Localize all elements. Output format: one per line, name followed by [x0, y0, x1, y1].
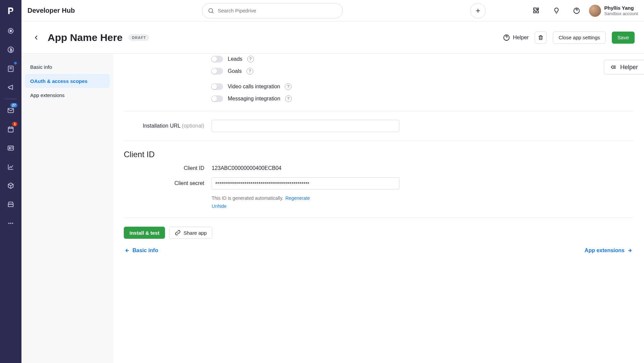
pager-next-label: App extensions: [585, 247, 625, 254]
nav-projects[interactable]: [3, 60, 19, 77]
topbar: Developer Hub Phyllis Yang San: [21, 0, 644, 21]
regenerate-link[interactable]: Regenerate: [285, 195, 310, 201]
arrow-right-icon: [627, 247, 633, 254]
svg-point-11: [209, 8, 213, 12]
brand-logo[interactable]: [3, 3, 19, 19]
nav-divider: [5, 99, 16, 99]
scope-leads-label: Leads: [228, 56, 243, 62]
nav-more[interactable]: [3, 215, 19, 231]
toggle-messaging[interactable]: [211, 95, 223, 102]
workarea: Basic info OAuth & access scopes App ext…: [21, 54, 644, 363]
share-app-button[interactable]: Share app: [169, 227, 212, 239]
extensions-icon[interactable]: [529, 3, 544, 18]
app-title: App Name Here: [48, 32, 122, 43]
main-column: Developer Hub Phyllis Yang San: [21, 0, 644, 363]
svg-point-7: [9, 147, 10, 148]
link-icon: [175, 230, 181, 236]
pager-prev-label: Basic info: [132, 247, 158, 254]
notification-dot: [14, 62, 17, 64]
client-id-section-title: Client ID: [124, 150, 633, 159]
nav-marketplace[interactable]: [3, 196, 19, 213]
side-item-app-extensions[interactable]: App extensions: [25, 88, 110, 102]
delete-button[interactable]: [535, 32, 547, 44]
hub-title: Developer Hub: [28, 7, 75, 14]
info-icon[interactable]: ?: [285, 83, 291, 90]
search-input[interactable]: [218, 8, 337, 13]
scope-video-label: Video calls integration: [228, 84, 280, 90]
client-secret-label: Client secret: [124, 180, 204, 186]
side-item-oauth-scopes[interactable]: OAuth & access scopes: [25, 74, 110, 88]
content-pane: Helper Leads ? Goals ? Video calls integ…: [113, 54, 644, 363]
back-button[interactable]: [31, 32, 42, 43]
install-test-button[interactable]: Install & test: [124, 227, 165, 239]
install-url-input[interactable]: [212, 120, 399, 132]
nav-leads[interactable]: [3, 23, 19, 39]
nav-products[interactable]: [3, 178, 19, 194]
scope-messaging-label: Messaging integration: [228, 96, 280, 102]
nav-rail: 27 1: [0, 0, 21, 363]
svg-point-8: [8, 223, 10, 224]
activities-badge: 1: [12, 122, 17, 126]
helper-tab-label: Helper: [620, 64, 638, 71]
nav-campaigns[interactable]: [3, 79, 19, 95]
inbox-badge: 27: [10, 103, 17, 107]
nav-activities[interactable]: 1: [3, 121, 19, 137]
toggle-goals[interactable]: [211, 68, 223, 75]
close-settings-button[interactable]: Close app settings: [553, 32, 605, 44]
unhide-link[interactable]: Unhide: [212, 203, 226, 209]
helper-label: Helper: [513, 35, 529, 41]
status-badge: DRAFT: [128, 34, 149, 41]
search-box[interactable]: [202, 3, 343, 18]
svg-point-10: [12, 223, 13, 224]
install-url-label: Installation URL (optional): [124, 123, 204, 129]
toggle-leads[interactable]: [211, 56, 223, 62]
svg-point-1: [10, 30, 12, 32]
optional-tag: (optional): [182, 123, 204, 129]
info-icon[interactable]: ?: [247, 56, 254, 62]
share-app-label: Share app: [183, 230, 207, 236]
info-icon[interactable]: ?: [285, 95, 292, 102]
user-menu[interactable]: Phyllis Yang Sandbox account: [589, 5, 638, 17]
client-secret-field[interactable]: [212, 177, 399, 189]
user-account-type: Sandbox account: [604, 11, 638, 16]
help-icon[interactable]: [569, 3, 584, 18]
search-icon: [208, 7, 214, 14]
nav-deals[interactable]: [3, 42, 19, 58]
help-circle-icon: [503, 34, 510, 41]
helper-toggle[interactable]: Helper: [503, 34, 529, 41]
client-secret-hint: This ID is generated automatically.: [212, 195, 283, 201]
divider: [124, 218, 633, 218]
client-id-label: Client ID: [124, 165, 204, 171]
pager-next[interactable]: App extensions: [585, 247, 633, 254]
divider: [124, 141, 633, 141]
toggle-video-calls[interactable]: [211, 83, 223, 90]
nav-insights[interactable]: [3, 159, 19, 175]
app-header: App Name Here DRAFT Helper Close app set…: [21, 21, 644, 54]
divider: [124, 111, 633, 111]
add-button[interactable]: [470, 3, 486, 18]
tips-icon[interactable]: [549, 3, 564, 18]
avatar: [589, 5, 601, 17]
side-item-basic-info[interactable]: Basic info: [25, 60, 110, 74]
panel-collapse-icon: [610, 64, 617, 71]
settings-sidepanel: Basic info OAuth & access scopes App ext…: [21, 54, 113, 363]
nav-inbox[interactable]: 27: [3, 102, 19, 119]
user-name: Phyllis Yang: [604, 5, 638, 11]
svg-point-9: [10, 223, 11, 224]
info-icon[interactable]: ?: [247, 68, 253, 75]
client-id-value: 123ABC00000000400ECB04: [212, 165, 281, 171]
pager-prev[interactable]: Basic info: [124, 247, 158, 254]
scope-goals-label: Goals: [228, 68, 242, 74]
arrow-left-icon: [124, 247, 130, 254]
svg-rect-5: [8, 127, 13, 132]
helper-side-tab[interactable]: Helper: [604, 60, 644, 75]
save-button[interactable]: Save: [612, 32, 635, 44]
nav-contacts[interactable]: [3, 140, 19, 156]
